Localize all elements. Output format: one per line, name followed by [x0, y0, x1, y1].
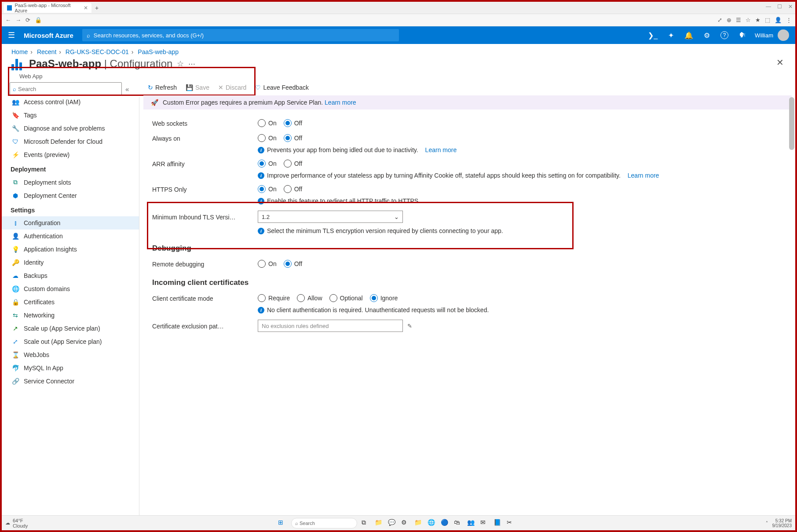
- arr-off-radio[interactable]: Off: [284, 160, 302, 168]
- sidebar-item[interactable]: 🐬MySQL In App: [10, 361, 139, 375]
- feedback-button[interactable]: ♡Leave Feedback: [255, 84, 309, 91]
- profile-icon[interactable]: 👤: [775, 17, 782, 23]
- notifications-icon[interactable]: 🔔: [684, 31, 693, 40]
- certex-input[interactable]: [262, 323, 399, 329]
- remote-off-radio[interactable]: Off: [284, 260, 302, 268]
- refresh-button[interactable]: ↻Refresh: [148, 84, 177, 91]
- sidebar-item[interactable]: ☁Backups: [10, 269, 139, 282]
- user-menu[interactable]: William: [755, 29, 789, 41]
- cert-require-radio[interactable]: Require: [258, 294, 290, 302]
- crumb-resource[interactable]: PaaS-web-app: [138, 48, 179, 55]
- app-icon[interactable]: 💬: [388, 519, 397, 528]
- remote-on-radio[interactable]: On: [258, 260, 277, 268]
- sidebar-item[interactable]: ↗Scale up (App Service plan): [10, 322, 139, 335]
- settings-gear-icon[interactable]: ⚙: [704, 31, 710, 40]
- copilot-icon[interactable]: ✦: [668, 31, 674, 40]
- cert-ignore-radio[interactable]: Ignore: [370, 294, 398, 302]
- sidebar-item[interactable]: 🔧Diagnose and solve problems: [10, 122, 139, 135]
- word-icon[interactable]: 📘: [494, 519, 502, 528]
- https-off-radio[interactable]: Off: [284, 185, 302, 193]
- cloud-shell-icon[interactable]: ❯_: [648, 31, 658, 40]
- sidebar-item[interactable]: ⫿Configuration: [2, 216, 139, 230]
- sidebar-item[interactable]: ⧉Deployment slots: [10, 175, 139, 189]
- app-icon[interactable]: ✂: [507, 519, 515, 528]
- sidebar-collapse-icon[interactable]: «: [125, 85, 129, 93]
- sidebar-search-input[interactable]: [18, 86, 119, 92]
- scrollbar-thumb[interactable]: [789, 97, 794, 150]
- crumb-recent[interactable]: Recent: [37, 48, 56, 55]
- feedback-icon[interactable]: 🗣: [739, 31, 746, 39]
- sidebar-item[interactable]: 👥Access control (IAM): [10, 95, 139, 109]
- browser-tab[interactable]: PaaS-web-app - Microsoft Azure ✕: [4, 3, 91, 13]
- sidebar-item[interactable]: 💡Application Insights: [10, 243, 139, 256]
- crumb-home[interactable]: Home: [11, 48, 28, 55]
- hamburger-icon[interactable]: ☰: [8, 30, 15, 40]
- arr-on-radio[interactable]: On: [258, 160, 277, 168]
- sidebar-item[interactable]: 🌐Custom domains: [10, 282, 139, 295]
- certex-input-wrap[interactable]: [258, 320, 403, 332]
- sidebar-item[interactable]: 👤Authentication: [10, 230, 139, 243]
- websockets-on-radio[interactable]: On: [258, 119, 277, 127]
- sidebar-item[interactable]: 🔑Identity: [10, 256, 139, 269]
- new-tab-button[interactable]: +: [91, 4, 102, 11]
- edit-pencil-icon[interactable]: ✎: [407, 323, 412, 329]
- blade-close-icon[interactable]: ✕: [776, 57, 784, 68]
- app-icon[interactable]: 📁: [414, 519, 423, 528]
- tray-chevron-icon[interactable]: ˄: [766, 521, 768, 525]
- lock-icon[interactable]: 🔒: [35, 17, 42, 23]
- chrome-icon[interactable]: 🔵: [441, 519, 450, 528]
- sidebar-item[interactable]: 🛡Microsoft Defender for Cloud: [10, 135, 139, 148]
- alwayson-on-radio[interactable]: On: [258, 134, 277, 142]
- crumb-rg[interactable]: RG-UKS-SEC-DOC-01: [66, 48, 129, 55]
- sidebar-search[interactable]: ⌕: [10, 82, 122, 95]
- taskview-icon[interactable]: ⧉: [362, 519, 370, 528]
- explorer-icon[interactable]: 📁: [375, 519, 384, 528]
- ext-icon[interactable]: ☰: [736, 17, 741, 23]
- weather-widget[interactable]: ☁ 64°FCloudy: [5, 518, 28, 528]
- sidebar-item[interactable]: 🔒Certificates: [10, 295, 139, 309]
- tls-version-select[interactable]: 1.2 ⌄: [258, 211, 403, 223]
- sidebar-item[interactable]: ⇆Networking: [10, 309, 139, 322]
- window-close-icon[interactable]: ✕: [788, 4, 793, 10]
- banner-learn-more-link[interactable]: Learn more: [325, 99, 356, 106]
- global-search[interactable]: ⌕: [82, 29, 399, 41]
- websockets-off-radio[interactable]: Off: [284, 119, 302, 127]
- nav-back-icon[interactable]: ←: [5, 17, 11, 23]
- sidebar-item[interactable]: 🔗Service Connector: [10, 375, 139, 388]
- alwayson-off-radio[interactable]: Off: [284, 134, 302, 142]
- https-on-radio[interactable]: On: [258, 185, 277, 193]
- sidebar-item[interactable]: ⤢Scale out (App Service plan): [10, 335, 139, 348]
- alwayson-learn-more-link[interactable]: Learn more: [425, 146, 457, 153]
- sidebar-item[interactable]: ⌛WebJobs: [10, 348, 139, 361]
- app-icon[interactable]: ⚙: [401, 519, 410, 528]
- window-minimize-icon[interactable]: —: [766, 4, 771, 10]
- help-icon[interactable]: ?: [720, 31, 728, 39]
- ext-icon[interactable]: ⬚: [765, 17, 770, 23]
- cert-optional-radio[interactable]: Optional: [329, 294, 363, 302]
- ext-icon[interactable]: ⤢: [717, 17, 722, 23]
- global-search-input[interactable]: [94, 32, 395, 39]
- sidebar-item[interactable]: ⬢Deployment Center: [10, 189, 139, 202]
- title-more-icon[interactable]: ⋯: [188, 60, 195, 68]
- arr-learn-more-link[interactable]: Learn more: [628, 172, 659, 179]
- cert-allow-radio[interactable]: Allow: [297, 294, 322, 302]
- teams-icon[interactable]: 👥: [467, 519, 476, 528]
- window-maximize-icon[interactable]: ☐: [777, 4, 782, 10]
- menu-icon[interactable]: ⋮: [786, 17, 792, 23]
- brand-label[interactable]: Microsoft Azure: [24, 32, 73, 39]
- nav-reload-icon[interactable]: ⟳: [26, 17, 30, 23]
- tab-close-icon[interactable]: ✕: [84, 5, 88, 11]
- edge-icon[interactable]: 🌐: [428, 519, 436, 528]
- sidebar-item[interactable]: 🔖Tags: [10, 109, 139, 122]
- favorite-icon[interactable]: ☆: [746, 17, 751, 23]
- favorite-star-icon[interactable]: ☆: [177, 59, 184, 69]
- ext-icon[interactable]: ⊕: [727, 17, 731, 23]
- taskbar-search[interactable]: ⌕ Search: [291, 518, 357, 528]
- start-icon[interactable]: ⊞: [278, 519, 287, 528]
- system-tray[interactable]: ˄ 5:32 PM9/19/2023: [766, 518, 792, 528]
- sidebar-item-icon: 👤: [11, 233, 19, 240]
- store-icon[interactable]: 🛍: [454, 519, 463, 528]
- outlook-icon[interactable]: ✉: [480, 519, 489, 528]
- ext-icon[interactable]: ★: [755, 17, 760, 23]
- sidebar-item[interactable]: ⚡Events (preview): [10, 148, 139, 161]
